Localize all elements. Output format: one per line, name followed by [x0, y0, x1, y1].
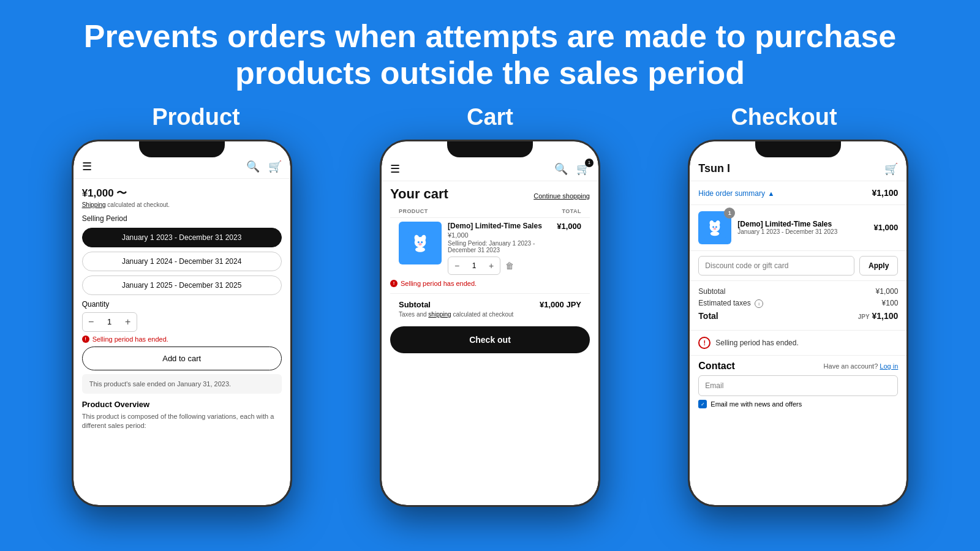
checkout-phone: Tsun I 🛒 Hide order summary ▲ ¥1,100 — [688, 140, 908, 507]
subtotal-row: Subtotal ¥1,000 JPY — [399, 300, 581, 309]
contact-section: Contact Have an account? Log in ✓ Email … — [690, 356, 907, 413]
contact-login-link: Have an account? Log in — [824, 362, 899, 370]
svg-point-12 — [712, 226, 714, 228]
taxes-info-icon[interactable]: i — [755, 299, 763, 308]
selling-period-label: Selling Period — [82, 214, 282, 223]
phone2-volume-silent — [380, 203, 381, 224]
checkout-error-icon: ! — [698, 337, 710, 349]
product-overview-text: This product is composed of the followin… — [82, 412, 282, 431]
shipping-text: calculated at checkout. — [107, 201, 170, 208]
order-total-display: ¥1,100 — [872, 188, 898, 198]
phone3-power-btn — [907, 239, 908, 288]
shipping-link-cart[interactable]: shipping — [428, 311, 451, 318]
checkout-item-img-wrap: 1 — [698, 211, 731, 244]
shipping-link[interactable]: Shipping — [82, 201, 106, 208]
period-option-2024[interactable]: January 1 2024 - December 31 2024 — [82, 252, 282, 271]
taxes-value: ¥100 — [882, 299, 899, 309]
cart-icon[interactable]: 🛒 — [268, 160, 282, 173]
product-nav: ☰ 🔍 🛒 — [74, 160, 290, 179]
cart-menu-icon[interactable]: ☰ — [390, 162, 400, 176]
svg-point-6 — [418, 243, 421, 246]
quantity-increase-btn[interactable]: + — [119, 313, 137, 331]
cart-nav: ☰ 🔍 🛒 1 — [382, 160, 598, 181]
cart-icon-wrap: 🛒 — [268, 160, 282, 173]
cart-search-icon[interactable]: 🔍 — [554, 162, 568, 176]
cart-cart-icon-wrap: 🛒 1 — [576, 162, 590, 176]
cart-qty-row: − 1 + 🗑 — [448, 257, 551, 275]
checkout-status-bar — [690, 141, 907, 160]
add-to-cart-button[interactable]: Add to cart — [82, 347, 282, 370]
checkout-error-text: Selling period has ended. — [715, 339, 798, 347]
phone2-volume-up — [380, 230, 381, 264]
product-price: ¥1,000 〜 — [82, 186, 282, 200]
contact-title: Contact — [698, 361, 735, 372]
cart-item-image — [399, 222, 442, 264]
checkout-item-badge: 1 — [724, 208, 735, 219]
subtotal-total-value: ¥1,000 — [876, 287, 899, 296]
total-label: Total — [698, 311, 718, 321]
totals-section: Subtotal ¥1,000 Estimated taxes i ¥100 T… — [690, 281, 907, 331]
status-bar — [74, 141, 290, 160]
svg-point-15 — [710, 231, 719, 236]
search-icon[interactable]: 🔍 — [246, 160, 260, 173]
cart-item-row: [Demo] Limited-Time Sales ¥1,000 Selling… — [390, 222, 590, 275]
quantity-label: Quantity — [82, 300, 282, 309]
chevron-up-icon: ▲ — [767, 190, 774, 197]
cart-qty-increase-btn[interactable]: + — [483, 257, 500, 274]
checkout-error-box: ! Selling period has ended. — [690, 331, 907, 356]
checkout-section-label: Checkout — [638, 104, 929, 130]
order-summary-toggle[interactable]: Hide order summary ▲ — [698, 187, 774, 198]
cart-phone: ☰ 🔍 🛒 1 Your cart Continue shopping PROD… — [380, 140, 600, 507]
headline-line2: products outside the sales period — [37, 55, 943, 92]
contact-header-row: Contact Have an account? Log in — [698, 361, 898, 372]
cart-column-headers: PRODUCT TOTAL — [390, 208, 590, 218]
svg-point-5 — [421, 241, 423, 243]
checkout-item-period: January 1 2023 - December 31 2023 — [737, 228, 867, 235]
apply-discount-button[interactable]: Apply — [859, 256, 898, 276]
period-option-2025[interactable]: January 1 2025 - December 31 2025 — [82, 276, 282, 295]
headline-line1: Prevents orders when attempts are made t… — [37, 18, 943, 55]
cart-item-total-price: ¥1,000 — [557, 222, 581, 275]
dog-logo-cart — [408, 231, 432, 255]
order-summary-row: Hide order summary ▲ ¥1,100 — [690, 181, 907, 205]
checkout-cart-icon[interactable]: 🛒 — [884, 163, 898, 175]
quantity-decrease-btn[interactable]: − — [83, 313, 100, 331]
checkout-button[interactable]: Check out — [390, 326, 590, 353]
period-option-2023[interactable]: January 1 2023 - December 31 2023 — [82, 228, 282, 247]
cart-badge: 1 — [585, 159, 594, 167]
log-in-link[interactable]: Log in — [880, 362, 898, 370]
email-input[interactable] — [698, 375, 898, 396]
product-content: ¥1,000 〜 Shipping calculated at checkout… — [74, 179, 290, 438]
product-column-header: PRODUCT — [399, 208, 428, 214]
phone3-volume-down — [688, 270, 689, 304]
svg-point-4 — [418, 241, 420, 243]
quantity-value: 1 — [100, 317, 119, 326]
discount-code-input[interactable] — [698, 256, 854, 276]
phone-power-btn — [291, 239, 292, 288]
phone3-volume-up — [688, 230, 689, 264]
cart-item-period: Selling Period: January 1 2023 - Decembe… — [448, 240, 551, 253]
checkout-phone-screen: Tsun I 🛒 Hide order summary ▲ ¥1,100 — [690, 141, 907, 505]
phones-row: ☰ 🔍 🛒 ¥1,000 〜 Shipping calculated at ch… — [0, 140, 980, 507]
taxes-label: Estimated taxes i — [698, 299, 763, 309]
total-column-header: TOTAL — [562, 208, 581, 214]
cart-qty-decrease-btn[interactable]: − — [448, 257, 466, 274]
phone2-volume-down — [380, 270, 381, 304]
header-section: Prevents orders when attempts are made t… — [0, 0, 980, 140]
newsletter-label: Email me with news and offers — [710, 400, 802, 408]
product-error-msg: ! Selling period has ended. — [82, 335, 282, 343]
cart-subtotal-section: Subtotal ¥1,000 JPY Taxes and shipping c… — [390, 293, 590, 321]
cart-error-icon: ! — [390, 280, 398, 287]
cart-title: Your cart — [390, 186, 448, 202]
cart-section-label: Cart — [344, 104, 635, 130]
continue-shopping-link[interactable]: Continue shopping — [533, 192, 590, 200]
remove-item-icon[interactable]: 🗑 — [505, 261, 514, 271]
newsletter-checkbox[interactable]: ✓ — [698, 400, 707, 408]
product-phone-screen: ☰ 🔍 🛒 ¥1,000 〜 Shipping calculated at ch… — [74, 141, 290, 505]
cart-qty-value: 1 — [466, 261, 483, 270]
cart-item-price: ¥1,000 — [448, 231, 551, 239]
menu-icon[interactable]: ☰ — [82, 160, 92, 173]
svg-point-14 — [714, 228, 717, 230]
cart-phone-screen: ☰ 🔍 🛒 1 Your cart Continue shopping PROD… — [382, 141, 598, 505]
subtotal-value: ¥1,000 JPY — [540, 300, 581, 309]
